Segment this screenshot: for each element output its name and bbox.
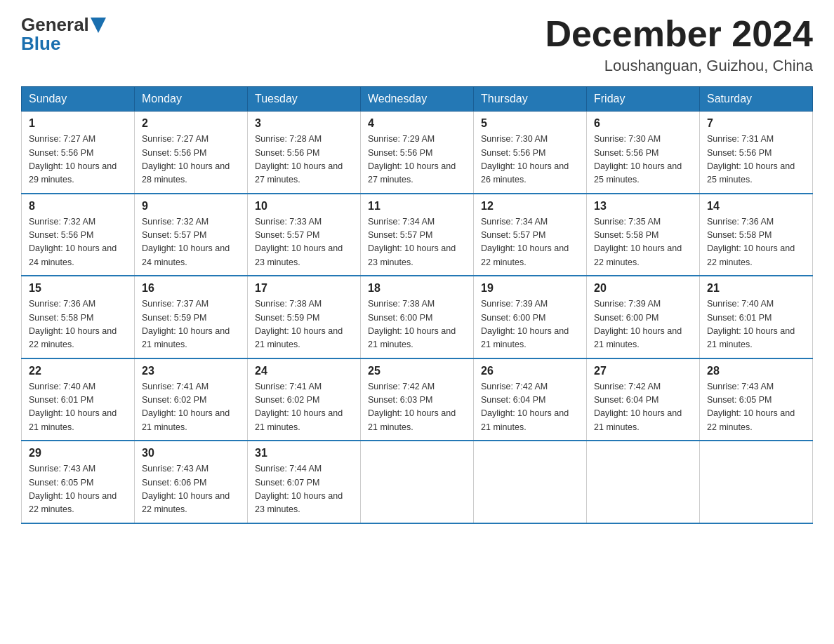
day-number: 7 <box>707 117 805 130</box>
day-number: 8 <box>29 200 127 213</box>
sun-info: Sunrise: 7:42 AM Sunset: 6:04 PM Dayligh… <box>481 380 579 435</box>
calendar-week-row: 29 Sunrise: 7:43 AM Sunset: 6:05 PM Dayl… <box>22 441 813 523</box>
sun-info: Sunrise: 7:39 AM Sunset: 6:00 PM Dayligh… <box>594 297 692 352</box>
sun-info: Sunrise: 7:36 AM Sunset: 5:58 PM Dayligh… <box>29 297 127 352</box>
calendar-cell: 28 Sunrise: 7:43 AM Sunset: 6:05 PM Dayl… <box>700 358 813 441</box>
calendar-week-row: 8 Sunrise: 7:32 AM Sunset: 5:56 PM Dayli… <box>22 194 813 276</box>
sun-info: Sunrise: 7:37 AM Sunset: 5:59 PM Dayligh… <box>142 297 240 352</box>
calendar-cell: 17 Sunrise: 7:38 AM Sunset: 5:59 PM Dayl… <box>248 276 361 358</box>
weekday-header-wednesday: Wednesday <box>361 87 474 112</box>
calendar-cell <box>700 441 813 523</box>
calendar-cell: 1 Sunrise: 7:27 AM Sunset: 5:56 PM Dayli… <box>22 112 135 194</box>
calendar-cell: 13 Sunrise: 7:35 AM Sunset: 5:58 PM Dayl… <box>587 194 700 276</box>
calendar-cell: 30 Sunrise: 7:43 AM Sunset: 6:06 PM Dayl… <box>135 441 248 523</box>
calendar-cell: 23 Sunrise: 7:41 AM Sunset: 6:02 PM Dayl… <box>135 358 248 441</box>
day-number: 28 <box>707 365 805 377</box>
calendar-cell: 12 Sunrise: 7:34 AM Sunset: 5:57 PM Dayl… <box>474 194 587 276</box>
weekday-header-friday: Friday <box>587 87 700 112</box>
weekday-header-thursday: Thursday <box>474 87 587 112</box>
day-number: 31 <box>255 447 353 459</box>
day-number: 27 <box>594 365 692 377</box>
weekday-header-tuesday: Tuesday <box>248 87 361 112</box>
day-number: 29 <box>29 447 127 459</box>
calendar-cell: 29 Sunrise: 7:43 AM Sunset: 6:05 PM Dayl… <box>22 441 135 523</box>
day-number: 6 <box>594 117 692 130</box>
sun-info: Sunrise: 7:32 AM Sunset: 5:57 PM Dayligh… <box>142 215 240 270</box>
day-number: 9 <box>142 200 240 213</box>
calendar-cell: 10 Sunrise: 7:33 AM Sunset: 5:57 PM Dayl… <box>248 194 361 276</box>
sun-info: Sunrise: 7:41 AM Sunset: 6:02 PM Dayligh… <box>142 380 240 435</box>
calendar-cell: 2 Sunrise: 7:27 AM Sunset: 5:56 PM Dayli… <box>135 112 248 194</box>
weekday-header-monday: Monday <box>135 87 248 112</box>
day-number: 11 <box>368 200 466 213</box>
sun-info: Sunrise: 7:28 AM Sunset: 5:56 PM Dayligh… <box>255 133 353 187</box>
calendar-cell: 22 Sunrise: 7:40 AM Sunset: 6:01 PM Dayl… <box>22 358 135 441</box>
sun-info: Sunrise: 7:30 AM Sunset: 5:56 PM Dayligh… <box>481 133 579 187</box>
calendar-cell <box>474 441 587 523</box>
location-title: Loushanguan, Guizhou, China <box>545 57 813 75</box>
sun-info: Sunrise: 7:27 AM Sunset: 5:56 PM Dayligh… <box>142 133 240 187</box>
calendar-header-row: SundayMondayTuesdayWednesdayThursdayFrid… <box>22 87 813 112</box>
calendar-table: SundayMondayTuesdayWednesdayThursdayFrid… <box>21 86 813 524</box>
day-number: 23 <box>142 365 240 377</box>
calendar-cell: 7 Sunrise: 7:31 AM Sunset: 5:56 PM Dayli… <box>700 112 813 194</box>
sun-info: Sunrise: 7:40 AM Sunset: 6:01 PM Dayligh… <box>29 380 127 435</box>
calendar-cell: 31 Sunrise: 7:44 AM Sunset: 6:07 PM Dayl… <box>248 441 361 523</box>
day-number: 20 <box>594 282 692 295</box>
day-number: 4 <box>368 117 466 130</box>
day-number: 18 <box>368 282 466 295</box>
calendar-cell: 6 Sunrise: 7:30 AM Sunset: 5:56 PM Dayli… <box>587 112 700 194</box>
calendar-cell: 8 Sunrise: 7:32 AM Sunset: 5:56 PM Dayli… <box>22 194 135 276</box>
day-number: 1 <box>29 117 127 130</box>
weekday-header-saturday: Saturday <box>700 87 813 112</box>
sun-info: Sunrise: 7:36 AM Sunset: 5:58 PM Dayligh… <box>707 215 805 270</box>
month-title: December 2024 <box>545 14 813 54</box>
sun-info: Sunrise: 7:42 AM Sunset: 6:04 PM Dayligh… <box>594 380 692 435</box>
sun-info: Sunrise: 7:34 AM Sunset: 5:57 PM Dayligh… <box>368 215 466 270</box>
day-number: 10 <box>255 200 353 213</box>
calendar-cell <box>361 441 474 523</box>
day-number: 17 <box>255 282 353 295</box>
sun-info: Sunrise: 7:27 AM Sunset: 5:56 PM Dayligh… <box>29 133 127 187</box>
title-area: December 2024 Loushanguan, Guizhou, Chin… <box>545 14 813 75</box>
calendar-week-row: 1 Sunrise: 7:27 AM Sunset: 5:56 PM Dayli… <box>22 112 813 194</box>
sun-info: Sunrise: 7:40 AM Sunset: 6:01 PM Dayligh… <box>707 297 805 352</box>
calendar-cell: 5 Sunrise: 7:30 AM Sunset: 5:56 PM Dayli… <box>474 112 587 194</box>
calendar-cell: 4 Sunrise: 7:29 AM Sunset: 5:56 PM Dayli… <box>361 112 474 194</box>
day-number: 13 <box>594 200 692 213</box>
logo-triangle-icon <box>91 18 106 33</box>
calendar-cell: 26 Sunrise: 7:42 AM Sunset: 6:04 PM Dayl… <box>474 358 587 441</box>
day-number: 21 <box>707 282 805 295</box>
calendar-cell: 3 Sunrise: 7:28 AM Sunset: 5:56 PM Dayli… <box>248 112 361 194</box>
calendar-cell: 21 Sunrise: 7:40 AM Sunset: 6:01 PM Dayl… <box>700 276 813 358</box>
sun-info: Sunrise: 7:29 AM Sunset: 5:56 PM Dayligh… <box>368 133 466 187</box>
day-number: 19 <box>481 282 579 295</box>
calendar-cell: 25 Sunrise: 7:42 AM Sunset: 6:03 PM Dayl… <box>361 358 474 441</box>
calendar-cell: 14 Sunrise: 7:36 AM Sunset: 5:58 PM Dayl… <box>700 194 813 276</box>
sun-info: Sunrise: 7:44 AM Sunset: 6:07 PM Dayligh… <box>255 462 353 517</box>
sun-info: Sunrise: 7:43 AM Sunset: 6:05 PM Dayligh… <box>29 462 127 517</box>
calendar-week-row: 22 Sunrise: 7:40 AM Sunset: 6:01 PM Dayl… <box>22 358 813 441</box>
calendar-week-row: 15 Sunrise: 7:36 AM Sunset: 5:58 PM Dayl… <box>22 276 813 358</box>
sun-info: Sunrise: 7:43 AM Sunset: 6:05 PM Dayligh… <box>707 380 805 435</box>
sun-info: Sunrise: 7:42 AM Sunset: 6:03 PM Dayligh… <box>368 380 466 435</box>
day-number: 5 <box>481 117 579 130</box>
sun-info: Sunrise: 7:35 AM Sunset: 5:58 PM Dayligh… <box>594 215 692 270</box>
calendar-cell: 9 Sunrise: 7:32 AM Sunset: 5:57 PM Dayli… <box>135 194 248 276</box>
calendar-cell <box>587 441 700 523</box>
weekday-header-sunday: Sunday <box>22 87 135 112</box>
sun-info: Sunrise: 7:31 AM Sunset: 5:56 PM Dayligh… <box>707 133 805 187</box>
calendar-cell: 19 Sunrise: 7:39 AM Sunset: 6:00 PM Dayl… <box>474 276 587 358</box>
day-number: 25 <box>368 365 466 377</box>
calendar-cell: 24 Sunrise: 7:41 AM Sunset: 6:02 PM Dayl… <box>248 358 361 441</box>
sun-info: Sunrise: 7:33 AM Sunset: 5:57 PM Dayligh… <box>255 215 353 270</box>
svg-marker-0 <box>91 18 106 33</box>
day-number: 30 <box>142 447 240 459</box>
day-number: 15 <box>29 282 127 295</box>
header: General Blue December 2024 Loushanguan, … <box>21 14 813 75</box>
sun-info: Sunrise: 7:41 AM Sunset: 6:02 PM Dayligh… <box>255 380 353 435</box>
day-number: 22 <box>29 365 127 377</box>
day-number: 14 <box>707 200 805 213</box>
calendar-cell: 20 Sunrise: 7:39 AM Sunset: 6:00 PM Dayl… <box>587 276 700 358</box>
calendar-cell: 18 Sunrise: 7:38 AM Sunset: 6:00 PM Dayl… <box>361 276 474 358</box>
